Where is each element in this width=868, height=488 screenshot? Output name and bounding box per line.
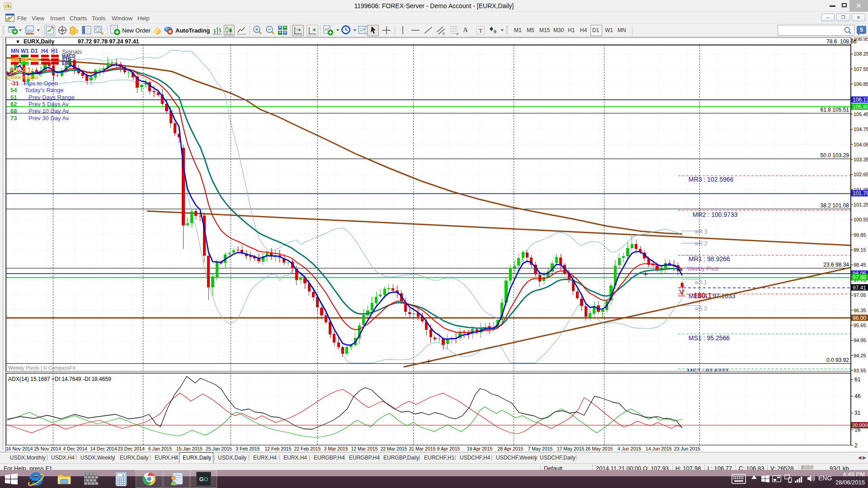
svg-text:46: 46	[854, 393, 861, 399]
svg-text:73: 73	[10, 115, 17, 122]
svg-text:3 Feb 2015: 3 Feb 2015	[236, 446, 259, 451]
svg-text:Weekly Pivots | © CompassFX: Weekly Pivots | © CompassFX	[8, 365, 76, 371]
svg-text:100.55: 100.55	[854, 217, 868, 222]
svg-text:12 Mar 2015: 12 Mar 2015	[351, 446, 378, 451]
svg-text:104.75: 104.75	[854, 127, 868, 132]
svg-text:99.15: 99.15	[854, 247, 866, 253]
svg-text:19 Apr 2015: 19 Apr 2015	[467, 446, 493, 451]
svg-text:105.80: 105.80	[853, 104, 868, 110]
svg-text:Weekly Pivot: Weekly Pivot	[687, 266, 719, 272]
svg-text:14 Dec 2014: 14 Dec 2014	[90, 446, 117, 451]
svg-text:26 May 2015: 26 May 2015	[585, 446, 613, 451]
svg-text:101.25: 101.25	[854, 202, 868, 207]
svg-text:D1: D1	[31, 48, 38, 54]
svg-text:28 Apr 2015: 28 Apr 2015	[498, 446, 524, 451]
svg-text:4 Jun 2015: 4 Jun 2015	[618, 446, 641, 451]
svg-text:wR 2: wR 2	[694, 240, 708, 247]
svg-text:17 May 2015: 17 May 2015	[557, 446, 585, 451]
svg-text:31 Mar 2015: 31 Mar 2015	[409, 446, 436, 451]
svg-text:51: 51	[10, 94, 17, 101]
svg-text:wS 3: wS 3	[694, 305, 707, 312]
svg-text:38.2 101.08: 38.2 101.08	[821, 202, 849, 209]
svg-text:61: 61	[854, 376, 861, 383]
svg-text:-31: -31	[10, 80, 19, 87]
svg-text:Prev 5 Days Av: Prev 5 Days Av	[28, 101, 69, 108]
svg-text:31: 31	[854, 410, 861, 416]
svg-text:H1: H1	[51, 48, 58, 54]
svg-text:23.6 98.34: 23.6 98.34	[823, 262, 849, 268]
svg-text:22 Mar 2015: 22 Mar 2015	[381, 446, 407, 451]
svg-text:50.0 103.29: 50.0 103.29	[821, 152, 849, 159]
svg-text:99.85: 99.85	[854, 232, 866, 238]
svg-text:15 Jan 2015: 15 Jan 2015	[176, 446, 203, 451]
svg-text:94.25: 94.25	[854, 353, 866, 358]
svg-text:105.45: 105.45	[854, 112, 868, 117]
svg-text:97.88: 97.88	[853, 274, 866, 281]
svg-text:96.00: 96.00	[853, 315, 866, 321]
svg-text:23 Dec 2014: 23 Dec 2014	[118, 446, 145, 451]
svg-text:106.85: 106.85	[854, 81, 868, 87]
svg-text:EMA: EMA	[62, 61, 72, 66]
svg-text:103.35: 103.35	[854, 157, 868, 162]
svg-text:MR1 : 98.9266: MR1 : 98.9266	[689, 255, 730, 263]
svg-text:MS2 : 93.6333: MS2 : 93.6333	[687, 367, 728, 375]
svg-text:Prev Days Range: Prev Days Range	[28, 94, 75, 101]
svg-text:95.65: 95.65	[854, 323, 866, 328]
svg-text:94.95: 94.95	[854, 338, 866, 343]
svg-text:106.13: 106.13	[853, 97, 868, 103]
svg-text:12 Feb 2015: 12 Feb 2015	[265, 446, 292, 451]
svg-text:F: F	[457, 32, 459, 36]
svg-text:4 Dec 2014: 4 Dec 2014	[63, 446, 87, 451]
svg-text:7 May 2015: 7 May 2015	[528, 446, 553, 451]
svg-text:0.0 93.92: 0.0 93.92	[826, 357, 849, 363]
svg-text:61.8 105.51: 61.8 105.51	[821, 107, 849, 113]
svg-text:97.41: 97.41	[10, 66, 32, 75]
svg-text:Pips to Open: Pips to Open	[24, 80, 58, 87]
svg-text:Prev 10 Day Av: Prev 10 Day Av	[28, 108, 69, 114]
svg-text:22 Feb 2015: 22 Feb 2015	[294, 446, 321, 451]
svg-text:9 Apr 2015: 9 Apr 2015	[437, 446, 460, 451]
svg-text:3 Mar 2015: 3 Mar 2015	[324, 446, 348, 451]
svg-text:23 Jun 2015: 23 Jun 2015	[674, 446, 700, 451]
svg-text:MN: MN	[11, 48, 19, 54]
svg-text:MR2 : 100.9733: MR2 : 100.9733	[693, 211, 738, 218]
svg-text:98.45: 98.45	[854, 262, 866, 267]
svg-text:93.55: 93.55	[854, 368, 866, 373]
svg-text:14 Jun 2015: 14 Jun 2015	[646, 446, 672, 451]
svg-text:54: 54	[10, 87, 17, 94]
svg-text:104.05: 104.05	[854, 142, 868, 147]
svg-text:25 Jan 2015: 25 Jan 2015	[206, 446, 232, 451]
svg-text:MR3 : 102.5966: MR3 : 102.5966	[689, 176, 734, 183]
svg-text:20.0000: 20.0000	[852, 422, 868, 428]
svg-text:97.05: 97.05	[854, 292, 866, 298]
svg-text:102.65: 102.65	[854, 172, 868, 177]
svg-text:6 Jan 2015: 6 Jan 2015	[148, 446, 172, 451]
svg-text:2: 2	[854, 442, 858, 449]
svg-text:wS 1: wS 1	[694, 279, 707, 286]
svg-text:E: E	[443, 32, 445, 36]
svg-text:108.25: 108.25	[854, 51, 868, 56]
svg-text:101.78: 101.78	[853, 190, 868, 197]
svg-text:Prev 30 Day Av: Prev 30 Day Av	[28, 115, 69, 122]
svg-text:25 Nov 2014: 25 Nov 2014	[34, 446, 61, 451]
svg-text:1.000e 0.023d: 1.000e 0.023d	[6, 75, 38, 80]
svg-text:96.35: 96.35	[854, 308, 866, 313]
svg-text:62: 62	[10, 101, 17, 108]
svg-text:Today’s Range: Today’s Range	[25, 87, 64, 94]
svg-text:107.55: 107.55	[854, 66, 868, 72]
svg-text:W1: W1	[21, 48, 29, 54]
svg-text:H4: H4	[41, 48, 48, 54]
svg-text:68: 68	[10, 108, 17, 114]
svg-text:16 Nov 2014: 16 Nov 2014	[6, 446, 33, 451]
svg-text:ADX(14) 15.1687 +DI:14.7649 -D: ADX(14) 15.1687 +DI:14.7649 -DI:18.4659	[8, 376, 111, 382]
svg-text:T: T	[479, 27, 482, 34]
svg-text:wR 3: wR 3	[694, 229, 708, 235]
svg-text:MS1 : 95.2566: MS1 : 95.2566	[689, 334, 730, 342]
svg-text:97.41: 97.41	[853, 285, 866, 291]
